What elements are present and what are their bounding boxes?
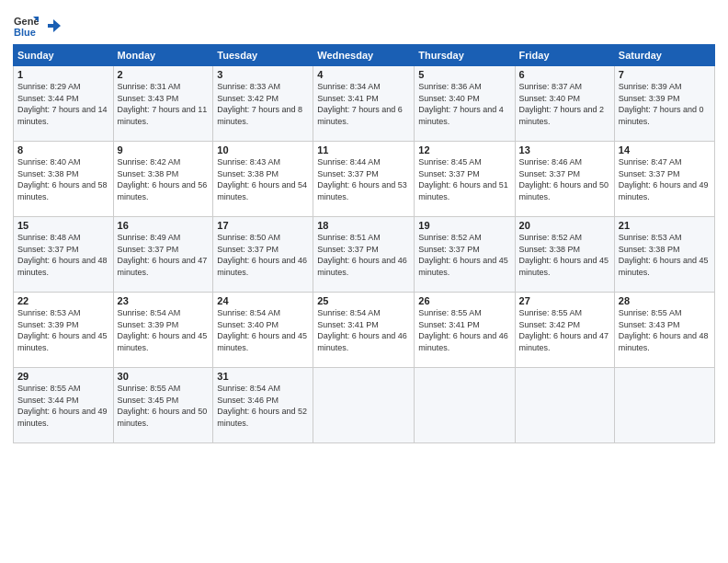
day-number: 9 <box>118 144 210 155</box>
day-number: 17 <box>217 220 309 231</box>
day-cell: 27 Sunrise: 8:55 AMSunset: 3:42 PMDaylig… <box>515 293 614 368</box>
day-number: 22 <box>17 295 109 306</box>
day-number: 14 <box>619 144 711 155</box>
weekday-friday: Friday <box>515 45 614 66</box>
day-cell: 2 Sunrise: 8:31 AMSunset: 3:43 PMDayligh… <box>113 66 213 142</box>
weekday-monday: Monday <box>113 45 213 66</box>
day-cell <box>515 368 614 443</box>
day-cell: 3 Sunrise: 8:33 AMSunset: 3:42 PMDayligh… <box>213 66 313 142</box>
day-number: 16 <box>118 220 210 231</box>
day-detail: Sunrise: 8:43 AMSunset: 3:38 PMDaylight:… <box>217 157 307 201</box>
day-detail: Sunrise: 8:52 AMSunset: 3:37 PMDaylight:… <box>418 233 508 277</box>
logo-icon: General Blue <box>13 13 39 39</box>
day-detail: Sunrise: 8:55 AMSunset: 3:43 PMDaylight:… <box>619 308 709 352</box>
day-cell: 17 Sunrise: 8:50 AMSunset: 3:37 PMDaylig… <box>213 217 313 293</box>
day-detail: Sunrise: 8:55 AMSunset: 3:44 PMDaylight:… <box>17 384 108 428</box>
svg-marker-4 <box>48 19 61 32</box>
day-detail: Sunrise: 8:54 AMSunset: 3:46 PMDaylight:… <box>217 384 307 428</box>
day-cell: 31 Sunrise: 8:54 AMSunset: 3:46 PMDaylig… <box>213 368 313 443</box>
day-detail: Sunrise: 8:37 AMSunset: 3:40 PMDaylight:… <box>519 82 605 126</box>
week-row-4: 22 Sunrise: 8:53 AMSunset: 3:39 PMDaylig… <box>14 293 715 368</box>
day-detail: Sunrise: 8:53 AMSunset: 3:38 PMDaylight:… <box>619 233 709 277</box>
day-detail: Sunrise: 8:54 AMSunset: 3:41 PMDaylight:… <box>317 308 407 352</box>
day-cell: 1 Sunrise: 8:29 AMSunset: 3:44 PMDayligh… <box>14 66 114 142</box>
day-cell: 14 Sunrise: 8:47 AMSunset: 3:37 PMDaylig… <box>614 142 714 217</box>
day-cell: 11 Sunrise: 8:44 AMSunset: 3:37 PMDaylig… <box>313 142 415 217</box>
day-cell: 13 Sunrise: 8:46 AMSunset: 3:37 PMDaylig… <box>515 142 614 217</box>
day-detail: Sunrise: 8:39 AMSunset: 3:39 PMDaylight:… <box>619 82 704 126</box>
day-cell: 6 Sunrise: 8:37 AMSunset: 3:40 PMDayligh… <box>515 66 614 142</box>
weekday-header-row: SundayMondayTuesdayWednesdayThursdayFrid… <box>14 45 715 66</box>
day-detail: Sunrise: 8:31 AMSunset: 3:43 PMDaylight:… <box>118 82 208 126</box>
day-detail: Sunrise: 8:53 AMSunset: 3:39 PMDaylight:… <box>17 308 108 352</box>
day-cell: 23 Sunrise: 8:54 AMSunset: 3:39 PMDaylig… <box>113 293 213 368</box>
day-number: 5 <box>418 69 510 80</box>
day-detail: Sunrise: 8:49 AMSunset: 3:37 PMDaylight:… <box>118 233 208 277</box>
day-detail: Sunrise: 8:54 AMSunset: 3:39 PMDaylight:… <box>118 308 208 352</box>
day-cell: 7 Sunrise: 8:39 AMSunset: 3:39 PMDayligh… <box>614 66 714 142</box>
day-cell: 12 Sunrise: 8:45 AMSunset: 3:37 PMDaylig… <box>415 142 515 217</box>
week-row-1: 1 Sunrise: 8:29 AMSunset: 3:44 PMDayligh… <box>14 66 715 142</box>
day-cell: 18 Sunrise: 8:51 AMSunset: 3:37 PMDaylig… <box>313 217 415 293</box>
day-cell: 24 Sunrise: 8:54 AMSunset: 3:40 PMDaylig… <box>213 293 313 368</box>
weekday-saturday: Saturday <box>614 45 714 66</box>
weekday-thursday: Thursday <box>415 45 515 66</box>
day-number: 19 <box>418 220 510 231</box>
header: General Blue <box>13 9 715 39</box>
day-number: 23 <box>118 295 210 306</box>
day-detail: Sunrise: 8:48 AMSunset: 3:37 PMDaylight:… <box>17 233 108 277</box>
day-number: 26 <box>418 295 510 306</box>
day-cell: 16 Sunrise: 8:49 AMSunset: 3:37 PMDaylig… <box>113 217 213 293</box>
day-number: 6 <box>519 69 610 80</box>
day-detail: Sunrise: 8:45 AMSunset: 3:37 PMDaylight:… <box>418 157 508 201</box>
day-number: 24 <box>217 295 309 306</box>
day-number: 1 <box>17 69 109 80</box>
day-number: 28 <box>619 295 711 306</box>
day-number: 2 <box>118 69 210 80</box>
svg-text:Blue: Blue <box>14 27 36 38</box>
day-detail: Sunrise: 8:40 AMSunset: 3:38 PMDaylight:… <box>17 157 108 201</box>
week-row-2: 8 Sunrise: 8:40 AMSunset: 3:38 PMDayligh… <box>14 142 715 217</box>
day-cell <box>313 368 415 443</box>
logo: General Blue <box>13 9 63 39</box>
day-cell: 29 Sunrise: 8:55 AMSunset: 3:44 PMDaylig… <box>14 368 114 443</box>
day-number: 20 <box>519 220 610 231</box>
day-cell: 28 Sunrise: 8:55 AMSunset: 3:43 PMDaylig… <box>614 293 714 368</box>
day-detail: Sunrise: 8:55 AMSunset: 3:41 PMDaylight:… <box>418 308 508 352</box>
day-number: 13 <box>519 144 610 155</box>
day-number: 21 <box>619 220 711 231</box>
day-number: 29 <box>17 371 109 382</box>
calendar-table: SundayMondayTuesdayWednesdayThursdayFrid… <box>13 44 715 443</box>
day-number: 27 <box>519 295 610 306</box>
weekday-wednesday: Wednesday <box>313 45 415 66</box>
weekday-sunday: Sunday <box>14 45 114 66</box>
day-cell: 15 Sunrise: 8:48 AMSunset: 3:37 PMDaylig… <box>14 217 114 293</box>
day-cell: 5 Sunrise: 8:36 AMSunset: 3:40 PMDayligh… <box>415 66 515 142</box>
day-number: 18 <box>317 220 410 231</box>
day-detail: Sunrise: 8:46 AMSunset: 3:37 PMDaylight:… <box>519 157 609 201</box>
day-detail: Sunrise: 8:50 AMSunset: 3:37 PMDaylight:… <box>217 233 307 277</box>
day-detail: Sunrise: 8:52 AMSunset: 3:38 PMDaylight:… <box>519 233 609 277</box>
day-cell <box>614 368 714 443</box>
day-number: 30 <box>118 371 210 382</box>
day-number: 4 <box>317 69 410 80</box>
day-detail: Sunrise: 8:33 AMSunset: 3:42 PMDaylight:… <box>217 82 302 126</box>
day-cell: 19 Sunrise: 8:52 AMSunset: 3:37 PMDaylig… <box>415 217 515 293</box>
day-detail: Sunrise: 8:36 AMSunset: 3:40 PMDaylight:… <box>418 82 504 126</box>
day-detail: Sunrise: 8:47 AMSunset: 3:37 PMDaylight:… <box>619 157 709 201</box>
day-detail: Sunrise: 8:29 AMSunset: 3:44 PMDaylight:… <box>17 82 108 126</box>
day-cell <box>415 368 515 443</box>
day-detail: Sunrise: 8:44 AMSunset: 3:37 PMDaylight:… <box>317 157 407 201</box>
logo-arrow-icon <box>46 17 63 34</box>
day-cell: 4 Sunrise: 8:34 AMSunset: 3:41 PMDayligh… <box>313 66 415 142</box>
day-cell: 9 Sunrise: 8:42 AMSunset: 3:38 PMDayligh… <box>113 142 213 217</box>
day-detail: Sunrise: 8:55 AMSunset: 3:45 PMDaylight:… <box>118 384 208 428</box>
day-cell: 26 Sunrise: 8:55 AMSunset: 3:41 PMDaylig… <box>415 293 515 368</box>
day-number: 25 <box>317 295 410 306</box>
day-number: 3 <box>217 69 309 80</box>
day-number: 12 <box>418 144 510 155</box>
day-detail: Sunrise: 8:55 AMSunset: 3:42 PMDaylight:… <box>519 308 609 352</box>
day-cell: 25 Sunrise: 8:54 AMSunset: 3:41 PMDaylig… <box>313 293 415 368</box>
day-number: 11 <box>317 144 410 155</box>
day-number: 31 <box>217 371 309 382</box>
